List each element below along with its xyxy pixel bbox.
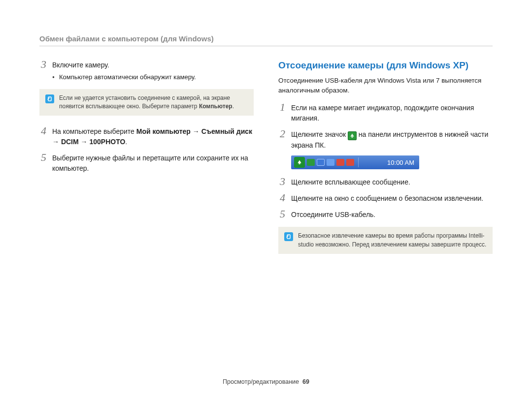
svg-rect-1 xyxy=(351,137,353,138)
step-body: Включите камеру. Компьютер автоматически… xyxy=(52,60,254,82)
note-info-icon xyxy=(45,94,54,103)
safely-remove-hardware-icon xyxy=(348,131,357,140)
start-button-icon xyxy=(294,157,305,168)
step-body: На компьютере выберите Мой компьютер → С… xyxy=(52,126,254,147)
path-removable-disk: Съемный диск xyxy=(201,127,252,135)
taskbar-screenshot: 10:00 AM xyxy=(291,155,419,169)
arrow: → xyxy=(79,138,90,146)
right-column: Отсоединение камеры (для Windows XP) Отс… xyxy=(278,60,493,265)
text-prefix: На компьютере выберите xyxy=(52,127,136,135)
tray-shield-icon xyxy=(346,159,354,166)
step-body: Щелкните всплывающее сообщение. xyxy=(291,177,493,187)
right-step-1: 1 Если на камере мигает индикатор, подож… xyxy=(278,103,493,123)
tray-display-icon xyxy=(327,159,334,166)
page-number: 69 xyxy=(302,378,309,385)
arrow: → xyxy=(52,138,61,146)
path-dcim: DCIM xyxy=(61,138,79,146)
step-body: Щелкните значок на панели инструментов в… xyxy=(291,129,493,151)
section-title: Отсоединение камеры (для Windows XP) xyxy=(278,60,493,71)
note-box-right: Безопасное извлечение камеры во время ра… xyxy=(278,227,493,254)
right-step-2: 2 Щелкните значок на панели инструментов… xyxy=(278,129,493,151)
tray-usb-icon xyxy=(307,159,315,166)
svg-rect-2 xyxy=(299,163,300,164)
text-prefix: Щелкните значок xyxy=(291,130,348,138)
arrow: → xyxy=(191,127,201,135)
step-body: Отсоедините USB-кабель. xyxy=(291,210,493,220)
footer-label: Просмотр/редактирование xyxy=(223,378,299,385)
step-number: 5 xyxy=(39,152,46,163)
left-column: 3 Включите камеру. Компьютер автоматичес… xyxy=(39,60,254,265)
page-footer: Просмотр/редактирование 69 xyxy=(0,378,532,385)
tray-network-icon xyxy=(317,159,325,166)
tray-separator xyxy=(358,157,359,167)
step-bullet: Компьютер автоматически обнаружит камеру… xyxy=(52,72,254,82)
step-number: 4 xyxy=(39,125,46,136)
left-step-3: 3 Включите камеру. Компьютер автоматичес… xyxy=(39,60,254,82)
step-number: 2 xyxy=(278,128,285,139)
section-intro: Отсоединение USB-кабеля для Windows Vist… xyxy=(278,76,493,95)
page-header: Обмен файлами с компьютером (для Windows… xyxy=(39,34,493,46)
step-body: Щелкните на окно с сообщением о безопасн… xyxy=(291,193,493,204)
note-suffix: . xyxy=(233,103,234,110)
step-number: 4 xyxy=(278,192,285,203)
text-suffix: . xyxy=(125,138,127,146)
step-number: 1 xyxy=(278,102,285,113)
right-step-5: 5 Отсоедините USB-кабель. xyxy=(278,210,493,220)
path-100photo: 100PHOTO xyxy=(89,138,125,146)
step-number: 5 xyxy=(278,209,285,219)
content-columns: 3 Включите камеру. Компьютер автоматичес… xyxy=(39,60,493,265)
step-body: Если на камере мигает индикатор, подожди… xyxy=(291,103,493,123)
right-step-4: 4 Щелкните на окно с сообщением о безопа… xyxy=(278,193,493,204)
left-step-4: 4 На компьютере выберите Мой компьютер →… xyxy=(39,126,254,147)
step-number: 3 xyxy=(39,59,46,70)
step-text: Включите камеру. xyxy=(52,61,109,69)
tray-volume-icon xyxy=(336,159,344,166)
path-my-computer: Мой компьютер xyxy=(136,127,191,135)
step-number: 3 xyxy=(278,176,285,187)
right-step-3: 3 Щелкните всплывающее сообщение. xyxy=(278,177,493,187)
step-body: Выберите нужные файлы и перетащите или с… xyxy=(52,153,254,174)
tray-clock: 10:00 AM xyxy=(387,159,416,166)
note-box-left: Если не удается установить соединение с … xyxy=(39,89,254,116)
note-bold: Компьютер xyxy=(199,103,233,110)
note-text: Безопасное извлечение камеры во время ра… xyxy=(298,232,487,249)
left-step-5: 5 Выберите нужные файлы и перетащите или… xyxy=(39,153,254,174)
note-info-icon xyxy=(284,232,293,241)
note-text: Если не удается установить соединение с … xyxy=(59,94,248,111)
